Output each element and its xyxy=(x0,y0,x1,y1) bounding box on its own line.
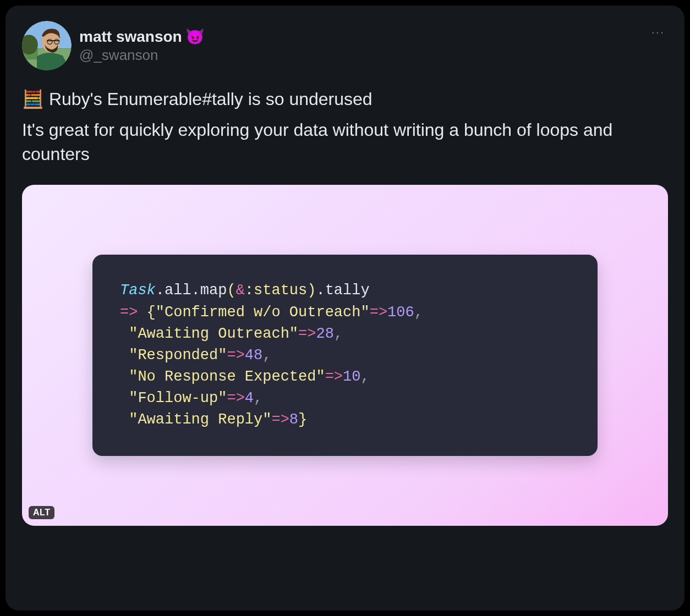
user-block: matt swanson 😈 @_swanson xyxy=(79,28,205,64)
tweet-header: matt swanson 😈 @_swanson xyxy=(22,21,668,70)
code-val: 106 xyxy=(387,304,414,321)
code-close-paren: ) xyxy=(307,282,316,299)
code-key: "No Response Expected" xyxy=(129,369,325,385)
code-close-brace: } xyxy=(298,411,307,428)
code-val: 48 xyxy=(245,347,262,364)
code-val: 10 xyxy=(343,369,360,385)
code-val: 28 xyxy=(316,326,333,342)
code-comma: , xyxy=(414,304,423,321)
code-method-chain-1: .all.map xyxy=(156,282,227,299)
abacus-emoji-icon: 🧮 xyxy=(22,89,44,109)
code-val: 8 xyxy=(289,411,298,428)
code-comma: , xyxy=(262,347,271,364)
code-val: 4 xyxy=(245,390,254,406)
display-name[interactable]: matt swanson 😈 xyxy=(79,28,205,46)
code-hashrocket: => xyxy=(370,304,387,321)
code-comma: , xyxy=(254,390,262,406)
code-snippet: Task.all.map(&:status).tally => {"Confir… xyxy=(92,255,598,456)
tweet-card: ··· xyxy=(6,6,684,610)
code-comma: , xyxy=(360,369,369,385)
code-comma: , xyxy=(334,326,343,342)
display-name-text: matt swanson xyxy=(79,28,182,46)
code-hashrocket: => xyxy=(227,390,244,406)
code-hashrocket: => xyxy=(325,369,343,385)
code-key: "Confirmed w/o Outreach" xyxy=(156,304,370,321)
devil-emoji-icon: 😈 xyxy=(185,28,205,46)
code-key: "Responded" xyxy=(129,347,227,364)
user-handle[interactable]: @_swanson xyxy=(79,47,205,64)
code-key: "Awaiting Reply" xyxy=(129,411,271,428)
code-open-brace: { xyxy=(147,304,156,321)
code-hashrocket: => xyxy=(227,347,244,364)
tweet-text: 🧮 Ruby's Enumerable#tally is so underuse… xyxy=(22,87,668,166)
code-class: Task xyxy=(120,282,156,299)
avatar[interactable] xyxy=(22,21,72,70)
more-options-button[interactable]: ··· xyxy=(651,25,665,40)
code-method-chain-2: .tally xyxy=(316,282,369,299)
tweet-line-2: It's great for quickly exploring your da… xyxy=(22,120,612,164)
tweet-media[interactable]: Task.all.map(&:status).tally => {"Confir… xyxy=(22,185,668,526)
code-key: "Awaiting Outreach" xyxy=(129,326,298,342)
code-hashrocket: => xyxy=(271,411,289,428)
tweet-line-1: Ruby's Enumerable#tally is so underused xyxy=(44,89,373,109)
code-ampersand: & xyxy=(236,282,245,299)
code-hashrocket: => xyxy=(298,326,316,342)
code-key: "Follow-up" xyxy=(129,390,227,406)
code-open-paren: ( xyxy=(227,282,236,299)
alt-badge[interactable]: ALT xyxy=(29,506,54,519)
code-result-arrow: => xyxy=(120,304,138,321)
code-symbol: :status xyxy=(245,282,307,299)
